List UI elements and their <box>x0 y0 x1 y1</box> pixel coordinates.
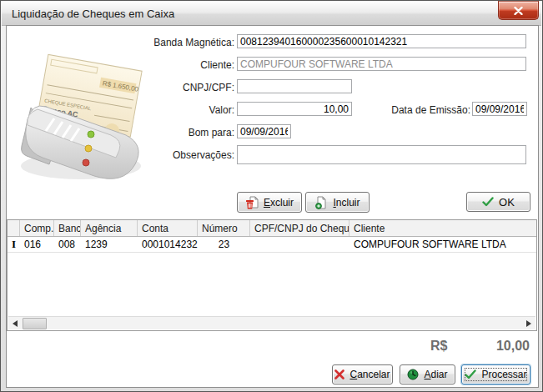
data-emissao-label: Data de Emissão: <box>382 104 470 116</box>
observacoes-label: Observações: <box>107 149 234 161</box>
delete-document-icon <box>245 196 259 209</box>
cell-cliente: COMPUFOUR SOFTWARE LTDA <box>349 237 536 252</box>
cheques-grid[interactable]: Comp. Banco Agência Conta Número CPF/CNP… <box>7 219 537 331</box>
cnpj-cpf-label: CNPJ/CPF: <box>107 82 234 93</box>
dialog-window: Liquidação de Cheques em Caixa <box>0 0 543 392</box>
bom-para-input[interactable] <box>237 124 291 138</box>
scrollbar-thumb[interactable] <box>23 318 47 329</box>
processar-button[interactable]: Processar <box>461 364 530 384</box>
total-currency: R$ <box>430 339 447 354</box>
cell-conta: 0001014232 <box>138 237 198 252</box>
cancel-x-icon <box>334 369 344 379</box>
excluir-label: Excluir <box>264 197 294 209</box>
cancelar-button[interactable]: Cancelar <box>332 364 393 384</box>
processar-label: Processar <box>481 369 526 380</box>
cell-banco: 008 <box>54 237 81 252</box>
cnpj-cpf-input[interactable] <box>237 79 352 93</box>
led-green <box>88 131 94 138</box>
led-red <box>83 159 89 166</box>
col-header-comp: Comp. <box>20 220 54 236</box>
add-document-icon <box>314 196 328 209</box>
cell-comp: 016 <box>20 237 54 252</box>
banda-magnetica-input[interactable] <box>237 34 526 48</box>
grid-indicator-header <box>8 220 20 236</box>
col-header-cliente: Cliente <box>349 220 536 236</box>
adiar-button[interactable]: Adiar <box>400 364 455 384</box>
scroll-left-icon <box>13 320 18 327</box>
title-bar[interactable]: Liquidação de Cheques em Caixa <box>2 2 541 26</box>
dialog-client-area: R$ 1.650,00 CHEQUE ESPECIAL Banco AC <box>6 25 539 388</box>
ok-button[interactable]: OK <box>466 192 530 212</box>
close-icon <box>514 7 523 15</box>
cell-agencia: 1239 <box>81 237 138 252</box>
led-yellow <box>85 145 92 152</box>
process-check-icon <box>465 369 476 379</box>
col-header-numero: Número <box>198 220 250 236</box>
col-header-conta: Conta <box>138 220 198 236</box>
cliente-label: Cliente: <box>107 59 234 71</box>
valor-input[interactable] <box>237 102 352 116</box>
bom-para-label: Bom para: <box>107 127 234 138</box>
grid-header: Comp. Banco Agência Conta Número CPF/CNP… <box>8 220 536 237</box>
ibeam-cursor-icon: I <box>12 238 16 251</box>
clock-icon <box>407 369 419 380</box>
col-header-cpf-cnpj: CPF/CNPJ do Cheque <box>250 220 349 236</box>
scroll-right-icon <box>526 320 531 327</box>
scrollbar-track[interactable] <box>22 317 522 329</box>
window-title: Liquidação de Cheques em Caixa <box>12 8 174 20</box>
scroll-right-button[interactable] <box>522 317 535 329</box>
excluir-button[interactable]: Excluir <box>237 192 302 213</box>
scroll-left-button[interactable] <box>8 317 22 329</box>
col-header-banco: Banco <box>54 220 81 236</box>
total-value: 10,00 <box>453 339 530 354</box>
data-emissao-input[interactable] <box>472 102 527 116</box>
row-indicator: I <box>8 237 20 252</box>
cancelar-label: Cancelar <box>349 369 390 380</box>
check-icon <box>482 197 494 207</box>
observacoes-input[interactable] <box>237 145 526 164</box>
cell-cpf-cnpj <box>250 237 349 252</box>
cliente-input[interactable] <box>237 57 526 71</box>
valor-label: Valor: <box>107 104 234 116</box>
banda-magnetica-label: Banda Magnética: <box>107 37 234 48</box>
horizontal-scrollbar[interactable] <box>8 316 535 329</box>
grid-row[interactable]: I 016 008 1239 0001014232 23 COMPUFOUR S… <box>8 237 536 253</box>
ok-label: OK <box>499 196 515 209</box>
incluir-label: Incluir <box>333 197 359 209</box>
close-button[interactable] <box>498 1 539 20</box>
incluir-button[interactable]: Incluir <box>305 192 370 213</box>
cell-numero: 23 <box>198 237 250 252</box>
adiar-label: Adiar <box>424 369 447 380</box>
col-header-agencia: Agência <box>81 220 138 236</box>
